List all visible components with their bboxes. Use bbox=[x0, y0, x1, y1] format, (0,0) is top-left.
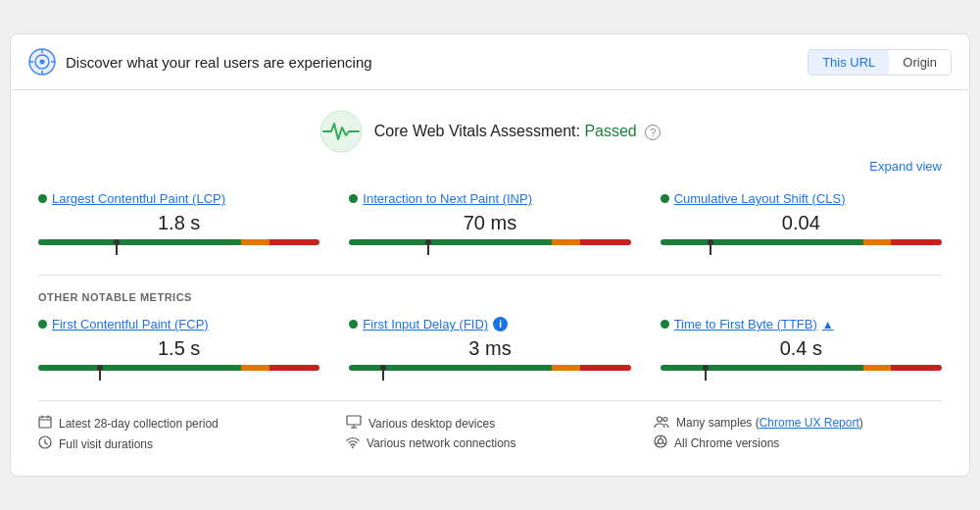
svg-point-22 bbox=[659, 439, 663, 444]
metric-label-fid[interactable]: First Input Delay (FID)i bbox=[349, 317, 630, 332]
footer: Latest 28-day collection periodFull visi… bbox=[38, 400, 942, 456]
wifi-icon bbox=[346, 435, 360, 451]
triangle-icon[interactable]: ▲ bbox=[822, 318, 834, 332]
other-metrics-grid: First Contentful Paint (FCP)1.5 sFirst I… bbox=[38, 317, 942, 382]
metric-gauge-fid bbox=[349, 365, 630, 381]
metric-value-fid: 3 ms bbox=[349, 337, 630, 360]
metric-label-inp[interactable]: Interaction to Next Paint (INP) bbox=[349, 191, 630, 206]
metric-ttfb: Time to First Byte (TTFB)▲0.4 s bbox=[661, 317, 942, 382]
metric-gauge-cls bbox=[661, 239, 942, 255]
body: Core Web Vitals Assessment: Passed ? Exp… bbox=[11, 90, 969, 476]
header-title: Discover what your real users are experi… bbox=[66, 54, 372, 71]
footer-item-text: Many samples (Chrome UX Report) bbox=[676, 416, 863, 430]
header: Discover what your real users are experi… bbox=[11, 34, 969, 90]
metric-value-lcp: 1.8 s bbox=[38, 212, 319, 234]
footer-item-text: All Chrome versions bbox=[674, 436, 779, 450]
footer-item: Various desktop devices bbox=[346, 415, 634, 432]
pagespeed-logo-icon bbox=[28, 48, 56, 76]
metric-label-fcp[interactable]: First Contentful Paint (FCP) bbox=[38, 317, 319, 332]
metric-dot-fid bbox=[349, 320, 358, 329]
metric-value-fcp: 1.5 s bbox=[38, 337, 319, 360]
desktop-icon bbox=[346, 415, 362, 432]
metric-label-ttfb[interactable]: Time to First Byte (TTFB)▲ bbox=[661, 317, 942, 332]
metric-label-lcp[interactable]: Largest Contentful Paint (LCP) bbox=[38, 191, 319, 206]
footer-col-1: Latest 28-day collection periodFull visi… bbox=[38, 415, 326, 456]
svg-line-14 bbox=[45, 443, 48, 445]
section-divider bbox=[38, 275, 942, 276]
metric-dot-fcp bbox=[38, 320, 47, 329]
footer-item-text: Various network connections bbox=[367, 436, 516, 450]
metric-dot-ttfb bbox=[661, 320, 669, 329]
metric-gauge-inp bbox=[349, 239, 630, 255]
svg-line-25 bbox=[656, 442, 659, 444]
footer-item-text: Full visit durations bbox=[59, 437, 153, 451]
metric-value-ttfb: 0.4 s bbox=[661, 337, 942, 360]
footer-item: Many samples (Chrome UX Report) bbox=[654, 415, 942, 431]
metric-fcp: First Contentful Paint (FCP)1.5 s bbox=[38, 317, 319, 382]
origin-button[interactable]: Origin bbox=[889, 50, 951, 75]
footer-item: Full visit durations bbox=[38, 435, 326, 452]
svg-rect-15 bbox=[347, 416, 361, 425]
footer-item: Latest 28-day collection period bbox=[38, 415, 326, 432]
metric-gauge-lcp bbox=[38, 239, 319, 255]
footer-item-text: Latest 28-day collection period bbox=[59, 417, 219, 431]
core-metrics-grid: Largest Contentful Paint (LCP)1.8 sInter… bbox=[38, 191, 942, 257]
metric-dot-lcp bbox=[38, 194, 47, 203]
calendar-icon bbox=[38, 415, 52, 432]
users-icon bbox=[654, 415, 669, 431]
svg-rect-8 bbox=[39, 417, 51, 428]
metric-fid: First Input Delay (FID)i3 ms bbox=[349, 317, 630, 382]
footer-item: Various network connections bbox=[346, 435, 634, 451]
header-left: Discover what your real users are experi… bbox=[28, 48, 372, 76]
other-metrics-title: OTHER NOTABLE METRICS bbox=[38, 291, 942, 303]
footer-item: All Chrome versions bbox=[654, 434, 942, 451]
url-toggle: This URL Origin bbox=[808, 49, 952, 76]
assessment-row: Core Web Vitals Assessment: Passed ? bbox=[38, 110, 942, 153]
metric-lcp: Largest Contentful Paint (LCP)1.8 s bbox=[38, 191, 319, 257]
metric-gauge-fcp bbox=[38, 365, 319, 381]
info-icon[interactable]: i bbox=[493, 317, 508, 332]
svg-point-2 bbox=[40, 60, 45, 65]
metric-cls: Cumulative Layout Shift (CLS)0.04 bbox=[661, 191, 942, 257]
metric-dot-inp bbox=[349, 194, 358, 203]
metric-value-inp: 70 ms bbox=[349, 212, 630, 234]
svg-point-20 bbox=[663, 418, 667, 422]
metric-inp: Interaction to Next Paint (INP)70 ms bbox=[349, 191, 630, 257]
assessment-label: Core Web Vitals Assessment: Passed ? bbox=[374, 123, 661, 140]
main-card: Discover what your real users are experi… bbox=[10, 33, 970, 477]
metric-gauge-ttfb bbox=[661, 365, 942, 381]
footer-col-2: Various desktop devicesVarious network c… bbox=[346, 415, 634, 456]
this-url-button[interactable]: This URL bbox=[808, 50, 889, 75]
metric-label-cls[interactable]: Cumulative Layout Shift (CLS) bbox=[661, 191, 942, 206]
clock-icon bbox=[38, 435, 52, 452]
vitals-pulse-icon bbox=[319, 110, 363, 153]
assessment-status: Passed bbox=[584, 123, 636, 139]
expand-view-button[interactable]: Expand view bbox=[38, 159, 942, 174]
chrome-icon bbox=[654, 434, 667, 451]
assessment-help-icon[interactable]: ? bbox=[645, 125, 661, 140]
metric-value-cls: 0.04 bbox=[661, 212, 942, 234]
chrome-ux-report-link[interactable]: Chrome UX Report bbox=[760, 416, 859, 430]
footer-col-3: Many samples (Chrome UX Report)All Chrom… bbox=[654, 415, 942, 456]
metric-dot-cls bbox=[661, 194, 669, 203]
svg-point-19 bbox=[658, 417, 662, 422]
svg-point-18 bbox=[352, 446, 354, 448]
footer-item-text: Various desktop devices bbox=[368, 417, 495, 431]
svg-line-24 bbox=[662, 442, 665, 444]
